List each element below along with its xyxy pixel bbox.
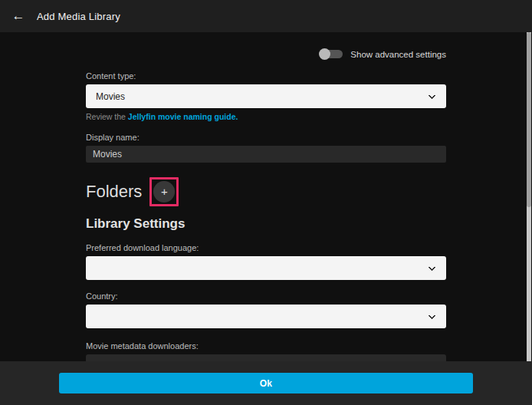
content-type-label: Content type: [86,71,446,81]
content-type-select[interactable]: Movies [86,84,446,108]
content-type-value: Movies [86,91,125,102]
preferred-language-label: Preferred download language: [86,243,446,252]
display-name-field: Display name: [86,133,446,163]
ok-button[interactable]: Ok [59,373,473,393]
chevron-down-icon [429,311,436,319]
page-title: Add Media Library [37,11,120,22]
plus-icon: + [161,186,168,197]
preferred-language-select[interactable] [86,256,446,280]
add-media-library-page: ← Add Media Library Show advanced settin… [0,0,532,405]
content-type-field: Content type: Movies Review the Jellyfin… [86,71,446,121]
add-folder-button[interactable]: + [153,181,175,202]
display-name-label: Display name: [86,133,446,142]
metadata-downloaders-field: Movie metadata downloaders: ✓ TheMovieDb [86,341,446,361]
metadata-downloaders-panel: ✓ TheMovieDb [86,354,446,361]
display-name-input[interactable] [86,146,446,163]
naming-guide-help: Review the Jellyfin movie naming guide. [86,112,446,121]
help-prefix: Review the [86,112,128,121]
naming-guide-link[interactable]: Jellyfin movie naming guide [128,112,236,121]
footer-bar: Ok [0,361,532,405]
form-scroll-area: Show advanced settings Content type: Mov… [0,32,532,361]
chevron-down-icon [429,263,436,271]
show-advanced-settings-toggle[interactable] [319,48,343,60]
country-field: Country: [86,291,446,328]
metadata-downloaders-label: Movie metadata downloaders: [86,341,446,351]
folders-section-header: Folders + [86,177,446,206]
country-label: Country: [86,291,446,301]
back-button[interactable]: ← [8,5,29,27]
help-suffix: . [235,112,238,121]
scrollbar-thumb[interactable] [527,32,531,207]
folders-heading: Folders [86,182,142,202]
library-settings-heading: Library Settings [86,216,446,232]
preferred-language-field: Preferred download language: [86,243,446,280]
chevron-down-icon [429,91,436,99]
country-select[interactable] [86,305,446,328]
click-highlight-box: + [149,177,179,206]
advanced-settings-row: Show advanced settings [86,48,446,60]
advanced-settings-label: Show advanced settings [350,50,446,59]
scrollbar-track[interactable] [527,32,531,361]
top-app-bar: ← Add Media Library [0,0,532,32]
back-arrow-icon: ← [12,8,25,24]
